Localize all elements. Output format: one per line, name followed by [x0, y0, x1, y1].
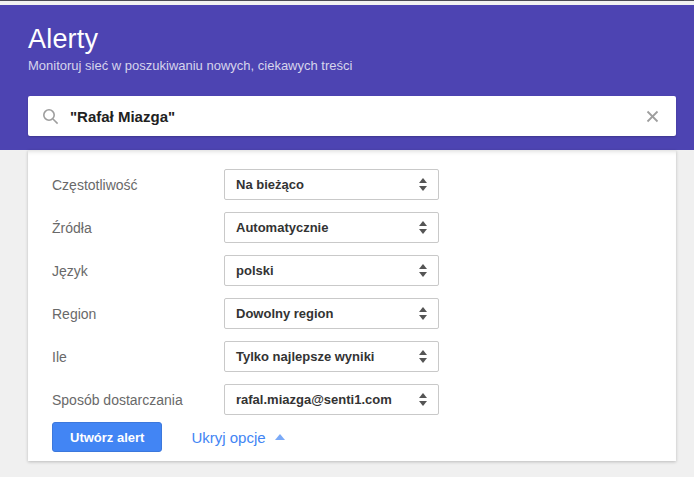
spinner-arrows-icon [419, 393, 427, 406]
select-value: rafal.miazga@senti1.com [236, 392, 392, 407]
option-label: Sposób dostarczania [52, 392, 224, 408]
select-value: Tylko najlepsze wyniki [236, 349, 374, 364]
spinner-arrows-icon [419, 178, 427, 191]
hide-options-label: Ukryj opcje [191, 429, 265, 446]
search-bar[interactable] [28, 96, 676, 136]
option-label: Region [52, 306, 224, 322]
option-label: Częstotliwość [52, 177, 224, 193]
close-icon [645, 109, 660, 124]
page: Alerty Monitoruj sieć w poszukiwaniu now… [0, 0, 694, 477]
option-row-language: Język polski [28, 249, 676, 292]
alert-options-rows: Częstotliwość Na bieżąco Źródła Automaty… [28, 150, 676, 421]
spinner-arrows-icon [419, 264, 427, 277]
search-input[interactable] [70, 108, 642, 125]
select-value: Dowolny region [236, 306, 334, 321]
select-sources[interactable]: Automatycznie [224, 212, 439, 243]
spinner-arrows-icon [419, 221, 427, 234]
select-delivery[interactable]: rafal.miazga@senti1.com [224, 384, 439, 415]
option-row-delivery: Sposób dostarczania rafal.miazga@senti1.… [28, 378, 676, 421]
hide-options-link[interactable]: Ukryj opcje [191, 429, 284, 446]
option-row-how-many: Ile Tylko najlepsze wyniki [28, 335, 676, 378]
page-title: Alerty [28, 24, 98, 55]
option-row-frequency: Częstotliwość Na bieżąco [28, 163, 676, 206]
select-value: polski [236, 263, 274, 278]
clear-search-button[interactable] [642, 106, 662, 126]
page-subtitle: Monitoruj sieć w poszukiwaniu nowych, ci… [28, 58, 352, 73]
select-frequency[interactable]: Na bieżąco [224, 169, 439, 200]
spinner-arrows-icon [419, 307, 427, 320]
select-value: Na bieżąco [236, 177, 304, 192]
select-language[interactable]: polski [224, 255, 439, 286]
option-label: Źródła [52, 220, 224, 236]
option-row-sources: Źródła Automatycznie [28, 206, 676, 249]
option-label: Ile [52, 349, 224, 365]
spinner-arrows-icon [419, 350, 427, 363]
alert-options-card: Częstotliwość Na bieżąco Źródła Automaty… [28, 150, 676, 461]
select-how-many[interactable]: Tylko najlepsze wyniki [224, 341, 439, 372]
select-region[interactable]: Dowolny region [224, 298, 439, 329]
chevron-up-icon [275, 434, 285, 440]
search-icon [42, 108, 59, 125]
create-alert-button[interactable]: Utwórz alert [52, 422, 162, 452]
actions-row: Utwórz alert Ukryj opcje [52, 422, 285, 452]
select-value: Automatycznie [236, 220, 328, 235]
option-label: Język [52, 263, 224, 279]
option-row-region: Region Dowolny region [28, 292, 676, 335]
